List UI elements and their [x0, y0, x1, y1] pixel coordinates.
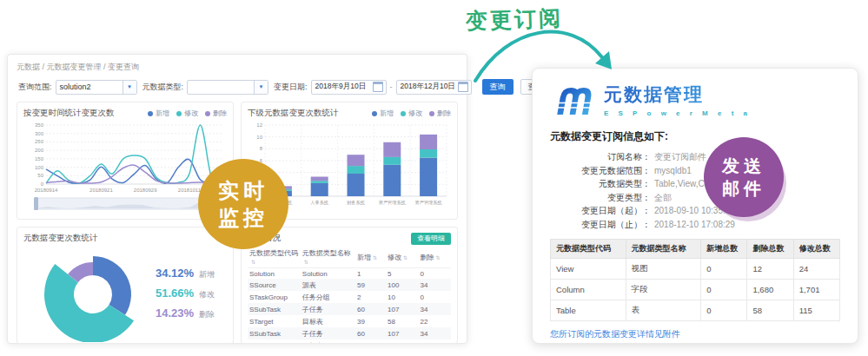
- column-header[interactable]: 修改⇅: [386, 247, 418, 268]
- table-row: Column字段01,6801,701: [551, 280, 840, 300]
- attachment-link[interactable]: 您所订阅的元数据变更详情见附件: [550, 328, 680, 340]
- svg-text:20181011: 20181011: [178, 188, 202, 193]
- svg-text:20180914: 20180914: [35, 188, 58, 193]
- sort-icon: ⇅: [373, 255, 377, 260]
- legend-item[interactable]: 修改: [176, 109, 198, 118]
- bar-chart-title: 下级元数据变更次数统计: [248, 108, 339, 119]
- scope-select[interactable]: solution2 ▼: [56, 80, 137, 95]
- legend-dot: [401, 111, 406, 116]
- info-row: 订阅名称：变更订阅邮件: [550, 150, 840, 164]
- table-row: Table表058115: [551, 300, 840, 321]
- sort-icon: ⇅: [436, 255, 441, 260]
- date-to-input[interactable]: 2018年12月10日: [396, 80, 472, 95]
- legend-item[interactable]: 新增: [148, 109, 169, 118]
- change-table-card: 变更情况 查看明细 元数据类型代码⇅ 元数据类型名称⇅ 新增⇅ 修改⇅ 删除⇅ …: [241, 227, 458, 344]
- arrow-label: 变更订阅: [465, 3, 563, 36]
- info-row: 变更类型：全部: [550, 191, 840, 205]
- table-header-row: 元数据类型代码 元数据类型名称 新增总数 删除总数 修改总数: [551, 240, 840, 259]
- calendar-icon: [373, 82, 383, 92]
- table-row: View视图01224: [551, 259, 840, 280]
- realtime-monitor-badge: 实时 监控: [198, 159, 288, 249]
- svg-text:8: 8: [260, 146, 263, 151]
- donut-stats: 34.12%新增 51.66%修改 14.23%删除: [156, 260, 215, 326]
- stat-row: 14.23%删除: [156, 307, 215, 320]
- legend-item[interactable]: 删除: [205, 109, 227, 118]
- donut-card: 元数据变更次数统计 34.12%新增 51.66%修改 14.23%删除: [17, 227, 234, 344]
- date-from-input[interactable]: 2018年9月10日: [311, 80, 387, 95]
- legend-item[interactable]: 删除: [429, 109, 451, 118]
- legend-dot: [205, 111, 210, 116]
- column-header: 修改总数: [793, 240, 839, 259]
- arrow-head-icon: [595, 51, 612, 69]
- column-header[interactable]: 新增⇅: [355, 247, 386, 268]
- sort-icon: ⇅: [403, 255, 407, 260]
- legend-item[interactable]: 修改: [401, 109, 422, 118]
- chevron-down-icon: ▼: [254, 81, 268, 94]
- table-row[interactable]: STaskGroup任务分组2100: [248, 291, 451, 303]
- svg-text:资产管理系统: 资产管理系统: [379, 200, 407, 206]
- type-label: 元数据类型:: [142, 82, 184, 93]
- espowermeta-m-icon: [550, 82, 595, 118]
- column-header[interactable]: 元数据类型代码⇅: [248, 247, 301, 268]
- legend-item[interactable]: 新增: [372, 109, 394, 118]
- logo-subtitle: E S P o w e r M e t a: [604, 109, 752, 117]
- filter-bar: 查询范围: solution2 ▼ 元数据类型: ▼ 变更日期: 2018年9月…: [17, 79, 458, 95]
- date-from-value: 2018年9月10日: [312, 82, 373, 92]
- table-row[interactable]: SSource源表5910034: [248, 279, 451, 291]
- change-donut-chart: [23, 245, 154, 342]
- svg-text:100: 100: [35, 165, 44, 170]
- svg-text:20180929: 20180929: [134, 188, 157, 193]
- svg-text:250: 250: [35, 139, 44, 144]
- date-separator: -: [390, 82, 393, 91]
- svg-text:0: 0: [41, 181, 44, 187]
- query-button[interactable]: 查询: [482, 79, 514, 95]
- info-row: 变更日期（起）：2018-09-10 10:35:45: [550, 204, 840, 218]
- change-table: 元数据类型代码⇅ 元数据类型名称⇅ 新增⇅ 修改⇅ 删除⇅ SolutionSo…: [248, 247, 451, 344]
- table-row[interactable]: STarget目标表395822: [248, 340, 451, 344]
- legend-dot: [176, 111, 182, 116]
- table-row[interactable]: SolutionSolution150: [248, 268, 451, 280]
- table-row[interactable]: SSubTask子任务6010734: [248, 327, 451, 340]
- chart-legend: 新增 修改 删除: [148, 109, 227, 118]
- svg-text:200: 200: [35, 148, 44, 153]
- view-detail-button[interactable]: 查看明细: [411, 233, 451, 245]
- line-chart-title: 按变更时间统计变更次数: [23, 108, 115, 119]
- legend-dot: [429, 111, 434, 116]
- column-header[interactable]: 元数据类型名称⇅: [301, 247, 355, 268]
- svg-text:资产管理系统: 资产管理系统: [415, 200, 443, 206]
- date-label: 变更日期:: [274, 82, 308, 93]
- column-header: 元数据类型代码: [551, 240, 626, 259]
- stage: 元数据 / 元数据变更管理 / 变更查询 查询范围: solution2 ▼ 元…: [0, 0, 868, 356]
- svg-text:12: 12: [256, 122, 262, 128]
- calendar-icon: [458, 82, 468, 92]
- chevron-down-icon: ▼: [123, 81, 136, 94]
- scope-select-value: solution2: [56, 82, 123, 91]
- type-select[interactable]: ▼: [187, 80, 268, 95]
- date-to-value: 2018年12月10日: [397, 82, 458, 92]
- time-line-chart[interactable]: 0501001502002503003502018091420180921201…: [23, 120, 228, 217]
- logo-title: 元数据管理: [604, 82, 752, 107]
- sort-icon: ⇅: [251, 260, 255, 265]
- column-header: 新增总数: [701, 240, 747, 259]
- sort-icon: ⇅: [304, 260, 308, 265]
- legend-dot: [148, 111, 153, 116]
- table-row[interactable]: SSubTask子任务6010734: [248, 303, 451, 315]
- svg-text:350: 350: [35, 122, 44, 128]
- info-row: 变更日期（止）：2018-12-10 17:08:29: [550, 218, 840, 232]
- column-header[interactable]: 删除⇅: [419, 247, 451, 268]
- stat-row: 34.12%新增: [156, 267, 215, 280]
- email-panel: 元数据管理 E S P o w e r M e t a 元数据变更订阅信息如下:…: [532, 68, 858, 344]
- svg-text:财务系统: 财务系统: [347, 200, 366, 206]
- svg-text:150: 150: [35, 156, 44, 162]
- scope-label: 查询范围:: [18, 82, 52, 93]
- svg-text:人事系统: 人事系统: [310, 200, 329, 206]
- email-summary-table: 元数据类型代码 元数据类型名称 新增总数 删除总数 修改总数 View视图012…: [550, 239, 840, 321]
- logo: 元数据管理 E S P o w e r M e t a: [550, 79, 840, 121]
- info-row: 变更元数据范围：mysqldb1: [550, 164, 840, 178]
- table-row[interactable]: STarget目标表395822: [248, 315, 451, 327]
- column-header: 删除总数: [747, 240, 793, 259]
- chart-legend: 新增 修改 删除: [372, 109, 451, 118]
- donut-title: 元数据变更次数统计: [23, 233, 98, 244]
- legend-dot: [372, 111, 377, 116]
- table-header-row: 元数据类型代码⇅ 元数据类型名称⇅ 新增⇅ 修改⇅ 删除⇅: [248, 247, 451, 268]
